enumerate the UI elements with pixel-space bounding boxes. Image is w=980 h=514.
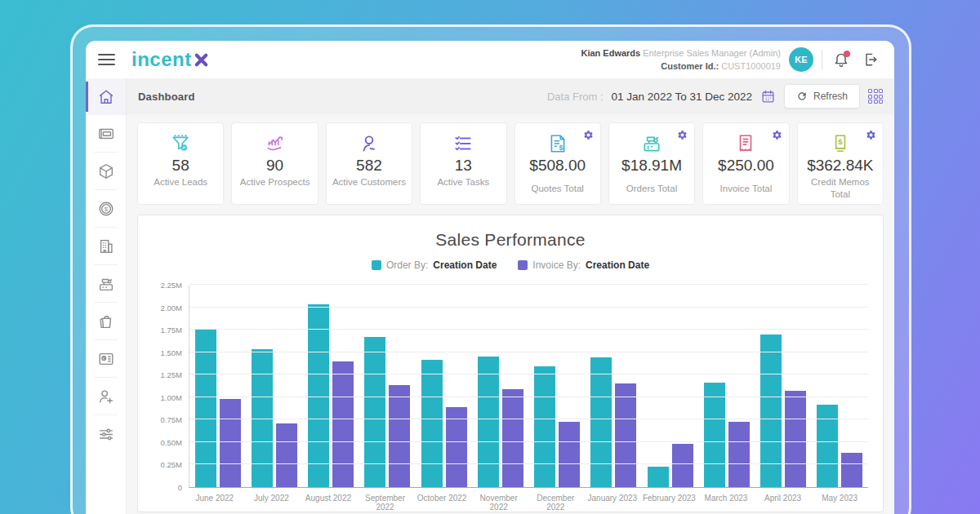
user-role: Enterprise Sales Manager (Admin) — [643, 48, 781, 58]
person-icon — [327, 132, 412, 155]
calendar-icon[interactable] — [760, 89, 776, 104]
logout-icon[interactable] — [860, 49, 881, 70]
user-info[interactable]: Kian Edwards Enterprise Sales Manager (A… — [581, 47, 781, 73]
bar-invoice-by-creation-date[interactable] — [615, 383, 636, 487]
legend-item-invoices[interactable]: Invoice By: Creation Date — [518, 259, 649, 271]
bar-invoice-by-creation-date[interactable] — [502, 389, 523, 487]
page-title: Dashboard — [138, 91, 195, 103]
refresh-button[interactable]: Refresh — [784, 84, 860, 109]
bar-invoice-by-creation-date[interactable] — [728, 422, 750, 487]
bar-order-by-creation-date[interactable] — [704, 383, 725, 487]
kpi-label: Orders Total — [609, 183, 694, 195]
legend-swatch-orders — [372, 260, 381, 270]
bar-group — [303, 286, 359, 487]
gridline — [189, 284, 868, 285]
bar-invoice-by-creation-date[interactable] — [559, 422, 580, 487]
page-header: Dashboard Data From : 01 Jan 2022 To 31 … — [127, 78, 894, 114]
funnel-icon: $ — [138, 132, 223, 155]
kpi-card-active-leads[interactable]: $ 58 Active Leads — [137, 122, 224, 205]
sidebar-item-users[interactable] — [86, 378, 126, 414]
gear-icon[interactable] — [677, 130, 688, 140]
kpi-card-active-tasks[interactable]: 13 Active Tasks — [420, 122, 506, 205]
bar-invoice-by-creation-date[interactable] — [276, 423, 297, 487]
bar-order-by-creation-date[interactable] — [421, 360, 443, 488]
kpi-card-active-customers[interactable]: 582 Active Customers — [326, 122, 412, 205]
bar-invoice-by-creation-date[interactable] — [672, 444, 693, 487]
sidebar-item-purchases[interactable] — [86, 303, 126, 339]
y-axis-tick: 1.00M — [161, 393, 182, 402]
bar-invoice-by-creation-date[interactable] — [841, 453, 862, 487]
svg-text:$: $ — [104, 205, 108, 212]
logo-text: incent — [131, 48, 192, 71]
legend-item-orders[interactable]: Order By: Creation Date — [372, 259, 497, 271]
sales-performance-panel: Sales Performance Order By: Creation Dat… — [137, 215, 884, 512]
x-axis-label: March 2023 — [697, 494, 755, 512]
incentx-logo[interactable]: incent — [131, 48, 209, 71]
apps-grid-icon[interactable] — [868, 89, 883, 104]
chart-plot — [189, 286, 868, 488]
legend-value: Creation Date — [586, 259, 649, 271]
kpi-card-quotes-total[interactable]: $ $508.00 Quotes Total — [514, 122, 601, 205]
kpi-label: Active Tasks — [421, 176, 506, 188]
hamburger-menu-icon[interactable] — [86, 54, 127, 65]
kpi-label: Invoice Total — [703, 183, 788, 195]
dashboard-content: $ 58 Active Leads 90 Active Prospects — [127, 114, 894, 514]
logo-x-icon — [194, 52, 209, 68]
legend-value: Creation Date — [433, 259, 497, 271]
y-axis-tick: 0.75M — [161, 415, 182, 424]
add-user-icon — [97, 388, 115, 405]
bar-group — [755, 286, 812, 487]
y-axis-tick: 0.25M — [161, 460, 182, 469]
sidebar-item-home[interactable] — [86, 78, 126, 115]
customer-id-value: CUST1000019 — [721, 61, 781, 71]
kpi-label: Active Leads — [138, 176, 223, 188]
bar-invoice-by-creation-date[interactable] — [332, 361, 354, 487]
y-axis-tick: 1.25M — [161, 370, 182, 379]
bar-order-by-creation-date[interactable] — [648, 467, 669, 487]
home-icon — [97, 88, 115, 106]
dollar-coin-icon: $ — [97, 200, 115, 218]
y-axis-tick: 0.50M — [161, 438, 182, 447]
legend-swatch-invoices — [518, 260, 528, 270]
checklist-icon — [421, 132, 506, 155]
sidebar-item-settings[interactable] — [86, 415, 126, 452]
bar-order-by-creation-date[interactable] — [478, 357, 499, 487]
bell-icon[interactable] — [831, 49, 852, 70]
y-axis-tick: 0 — [178, 483, 182, 492]
chart-x-axis: June 2022July 2022August 2022September 2… — [186, 488, 871, 512]
x-axis-label: February 2023 — [641, 494, 698, 512]
gridline — [189, 352, 868, 352]
bar-invoice-by-creation-date[interactable] — [785, 391, 806, 487]
gear-icon[interactable] — [866, 130, 876, 140]
kpi-card-active-prospects[interactable]: 90 Active Prospects — [231, 122, 318, 205]
sidebar-item-crm[interactable] — [86, 115, 126, 152]
avatar[interactable]: KE — [789, 47, 813, 72]
kpi-card-orders-total[interactable]: $18.91M Orders Total — [608, 122, 695, 205]
kpi-value: 90 — [232, 157, 317, 175]
bar-invoice-by-creation-date[interactable] — [220, 399, 241, 487]
kpi-value: 582 — [327, 157, 412, 175]
bar-invoice-by-creation-date[interactable] — [389, 385, 410, 487]
package-icon — [97, 162, 115, 180]
sidebar-item-company[interactable] — [86, 228, 126, 264]
kpi-card-invoice-total[interactable]: $250.00 Invoice Total — [702, 122, 789, 205]
user-name: Kian Edwards — [581, 48, 640, 58]
sidebar-item-pricing[interactable]: $ — [86, 190, 126, 227]
app-window: incent Kian Edwards Enterprise Sales Man… — [86, 41, 894, 514]
bar-order-by-creation-date[interactable] — [534, 366, 555, 487]
gear-icon[interactable] — [583, 130, 594, 140]
kpi-card-credit-memos-total[interactable]: $ $362.84K Credit Memos Total — [797, 122, 884, 205]
shopping-bag-icon — [97, 312, 115, 330]
bar-order-by-creation-date[interactable] — [817, 405, 838, 487]
divider — [822, 50, 822, 69]
bar-order-by-creation-date[interactable] — [590, 357, 612, 487]
sidebar-item-reports[interactable] — [86, 340, 126, 377]
legend-key: Invoice By: — [532, 259, 581, 271]
kpi-value: 58 — [138, 157, 223, 175]
gear-icon[interactable] — [772, 130, 782, 140]
sidebar-item-products[interactable] — [86, 153, 126, 189]
bar-group — [359, 286, 416, 487]
sidebar-item-orders[interactable] — [86, 265, 126, 302]
kpi-label: Active Prospects — [232, 176, 317, 188]
main-area: Dashboard Data From : 01 Jan 2022 To 31 … — [127, 78, 894, 514]
